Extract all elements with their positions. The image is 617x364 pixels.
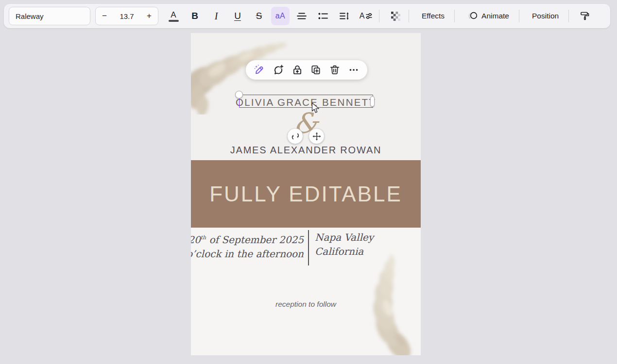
copy-style-button[interactable] [576,7,594,25]
line-spacing-button[interactable] [335,7,354,25]
editable-banner[interactable]: FULLY EDITABLE [191,160,421,228]
italic-button[interactable]: I [207,7,225,25]
format-toolbar: Raleway − 13.7 + A B I U S aA [4,4,610,28]
corner-resize-handle[interactable] [235,91,243,99]
toolbar-divider [568,10,569,22]
toolbar-divider [379,10,379,22]
animate-icon [467,11,478,21]
rotate-handle[interactable] [287,128,303,144]
more-dots-icon [348,64,360,76]
font-family-selector[interactable]: Raleway [9,7,90,25]
more-options-button[interactable] [347,64,360,76]
font-size-value[interactable]: 13.7 [113,12,140,20]
text-color-button[interactable]: A [164,7,183,25]
letter-spacing-settings-button[interactable]: A [357,7,375,25]
delete-button[interactable] [328,64,341,76]
lock-icon [291,64,303,76]
magic-edit-icon [254,64,265,76]
letter-a-glyph: A [360,12,365,20]
toolbar-divider [519,10,519,22]
bulleted-list-button[interactable] [314,7,332,25]
animate-label: Animate [481,12,509,20]
side-resize-handle[interactable] [370,96,375,107]
move-icon [312,132,321,141]
ampersand-text[interactable]: & [191,107,421,141]
increase-font-size-button[interactable]: + [140,7,158,25]
text-align-button[interactable] [292,7,311,25]
banner-text: FULLY EDITABLE [209,182,402,206]
text-color-icon: A [169,11,179,22]
duplicate-button[interactable] [309,64,322,76]
line-spacing-icon [340,12,349,20]
details-divider-line[interactable] [308,230,309,265]
time-line: 3 o’clock in the afternoon [191,247,304,261]
add-comment-icon [273,64,284,76]
settings-sliders-icon [366,12,372,20]
location-line-2: California [315,245,374,259]
move-handle[interactable] [308,128,325,144]
transparency-button[interactable] [386,7,405,25]
animate-button[interactable]: Animate [462,7,515,25]
rotate-icon [291,132,300,141]
date-time-text[interactable]: 20th of September 2025 3 o’clock in the … [191,231,304,261]
location-text[interactable]: Napa Valley California [315,231,374,259]
paint-roller-icon [580,11,590,21]
bold-button[interactable]: B [186,7,204,25]
date-line: 20th of September 2025 [191,231,304,247]
location-line-1: Napa Valley [315,231,374,245]
add-comment-button[interactable] [272,64,285,76]
lock-button[interactable] [291,64,304,76]
selection-frame[interactable] [239,95,373,108]
design-page[interactable]: OLIVIA GRACE BENNETT & JAMES ALEXANDER R… [191,33,421,355]
effects-button[interactable]: Effects [416,7,450,25]
magic-edit-button[interactable] [253,64,266,76]
position-button[interactable]: Position [526,7,565,25]
reception-note-text[interactable]: reception to follow [191,300,421,309]
font-size-control: − 13.7 + [95,7,158,25]
decrease-font-size-button[interactable]: − [96,7,113,25]
transparency-checkerboard-icon [391,12,400,21]
strikethrough-button[interactable]: S [250,7,268,25]
underline-button[interactable]: U [228,7,247,25]
groom-name-text[interactable]: JAMES ALEXANDER ROWAN [191,145,421,156]
bulleted-list-icon [318,12,328,20]
font-family-value: Raleway [16,12,44,20]
element-context-toolbar [246,60,367,80]
trash-icon [329,64,341,76]
align-center-icon [297,12,307,20]
text-case-button[interactable]: aA [271,7,290,25]
toolbar-divider [454,10,455,22]
duplicate-icon [310,64,322,76]
toolbar-divider [409,10,409,22]
